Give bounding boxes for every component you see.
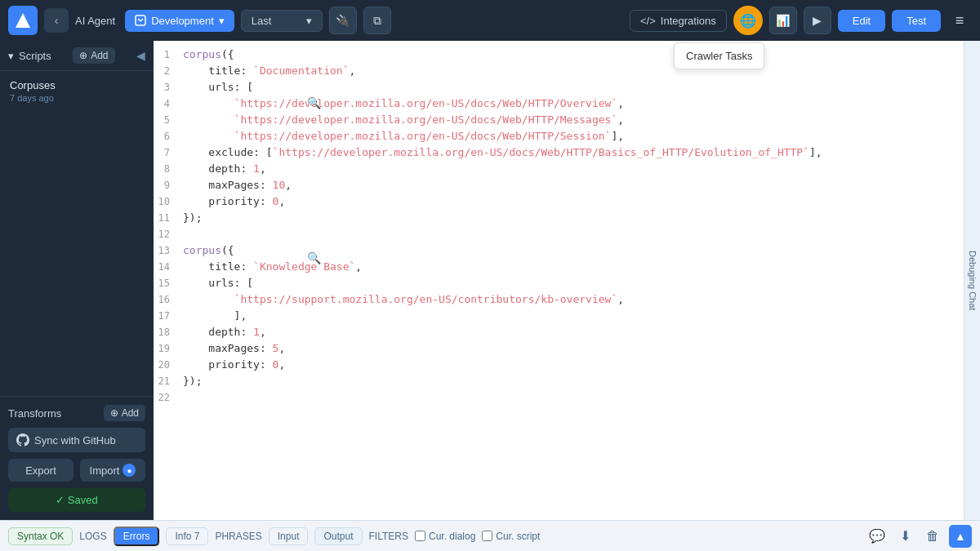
code-line-9: 9 maxPages: 10, [154,178,964,194]
code-line-5: 5 `https://developer.mozilla.org/en-US/d… [154,113,964,129]
sidebar-item-corpuses[interactable]: Corpuses 7 days ago [0,71,154,111]
play-icon: ▶ [813,14,822,27]
add-label: Add [91,50,108,61]
bottom-actions: 💬 ⬇ 🗑 ▲ [866,525,972,548]
code-icon: </> [640,15,656,27]
plugin-icon: 🔌 [336,14,350,27]
code-line-6: 6 `https://developer.mozilla.org/en-US/d… [154,129,964,145]
code-line-3: 3 urls: [ [154,80,964,96]
scroll-up-button[interactable]: ▲ [949,525,972,548]
filters-label: FILTERS [369,531,408,542]
code-line-22: 22 [154,390,964,407]
code-line-19: 19 maxPages: 5, [154,341,964,358]
sidebar-bottom: Transforms ⊕ Add Sync with GitHub Export… [0,396,154,520]
collapse-icon: ◀ [136,49,145,62]
navbar: ‹ AI Agent Development ▾ Last ▾ 🔌 ⧉ </> … [0,0,980,41]
download-icon: ⬇ [900,528,911,544]
errors-badge[interactable]: Errors [114,527,160,546]
code-line-7: 7 exclude: [`https://developer.mozilla.o… [154,145,964,162]
ai-agent-label: AI Agent [75,15,115,27]
globe-icon: 🌐 [740,13,756,29]
last-dropdown-button[interactable]: Last ▾ [241,10,323,32]
export-button[interactable]: Export [8,459,74,482]
cur-script-checkbox[interactable] [482,531,492,541]
export-import-row: Export Import ● [8,459,145,482]
code-line-12: 12 [154,227,964,243]
bottom-bar: Syntax OK LOGS Errors Info 7 PHRASES Inp… [0,520,980,551]
syntax-ok-badge: Syntax OK [8,527,73,545]
back-icon: ‹ [55,14,59,27]
code-line-8: 8 depth: 1, [154,162,964,178]
import-button[interactable]: Import ● [80,459,145,482]
debugger-panel[interactable]: Debuging Chat [964,41,980,520]
code-line-13: 13 corpus({ [154,243,964,260]
menu-icon: ≡ [956,12,964,29]
code-line-18: 18 depth: 1, [154,325,964,341]
code-line-2: 2 title: `Documentation`, [154,64,964,80]
trash-icon: 🗑 [926,529,939,544]
input-badge[interactable]: Input [269,527,309,545]
code-line-16: 16 `https://support.mozilla.org/en-US/co… [154,292,964,309]
chat-icon: 💬 [869,528,885,544]
analytics-button[interactable]: 📊 [769,7,797,34]
sidebar-scripts-section: ▾ Scripts [8,50,51,62]
cur-dialog-checkbox[interactable] [415,531,425,541]
editor-scroll[interactable]: 1 corpus({ 2 title: `Documentation`, 3 u… [154,41,964,520]
sidebar-header: ▾ Scripts ⊕ Add ◀ [0,41,154,71]
transforms-plus-icon: ⊕ [110,407,118,419]
dev-dropdown-icon: ▾ [219,15,225,27]
cur-dialog-checkbox-wrap[interactable]: Cur. dialog [415,531,475,542]
code-line-4: 4 `https://developer.mozilla.org/en-US/d… [154,96,964,113]
crawler-tasks-button[interactable]: 🌐 [733,6,763,35]
scripts-add-button[interactable]: ⊕ Add [73,47,114,64]
last-dropdown-icon: ▾ [306,15,312,27]
plugin-button[interactable]: 🔌 [329,7,357,34]
back-button[interactable]: ‹ [44,8,69,33]
svg-line-3 [140,19,143,21]
integrations-button[interactable]: </> Integrations [630,10,727,32]
logs-label: LOGS [79,531,106,542]
play-button[interactable]: ▶ [804,7,831,34]
cur-script-checkbox-wrap[interactable]: Cur. script [482,531,540,542]
transforms-header: Transforms ⊕ Add [8,405,145,421]
transforms-add-button[interactable]: ⊕ Add [104,405,145,421]
plus-icon: ⊕ [79,50,87,61]
saved-button[interactable]: ✓ Saved [8,488,145,512]
download-icon-button[interactable]: ⬇ [893,525,916,548]
corpuses-age: 7 days ago [10,93,144,103]
phrases-label: PHRASES [215,531,261,542]
crawler-tasks-tooltip: Crawler Tasks [674,42,764,69]
corpuses-title: Corpuses [10,79,144,91]
copy-button[interactable]: ⧉ [363,7,391,34]
info-badge[interactable]: Info 7 [166,527,208,545]
code-line-21: 21 }); [154,374,964,390]
code-line-1: 1 corpus({ [154,47,964,64]
edit-button[interactable]: Edit [838,10,885,32]
menu-button[interactable]: ≡ [947,8,972,33]
test-button[interactable]: Test [892,10,941,32]
chat-icon-button[interactable]: 💬 [866,525,889,548]
editor-area: 🔍 🔍 1 corpus({ 2 title: `Documentation`,… [154,41,964,520]
code-line-14: 14 title: `Knowledge Base`, [154,260,964,276]
output-badge[interactable]: Output [314,527,362,545]
code-line-11: 11 }); [154,211,964,227]
github-sync-button[interactable]: Sync with GitHub [8,428,145,452]
copy-icon: ⧉ [373,14,381,28]
trash-icon-button[interactable]: 🗑 [921,525,944,548]
import-badge: ● [122,464,136,477]
dropdown-icon: ▾ [8,50,14,62]
main-content: ▾ Scripts ⊕ Add ◀ Corpuses 7 days ago Tr… [0,41,980,520]
search-icon-1[interactable]: 🔍 [307,96,321,109]
code-line-10: 10 priority: 0, [154,194,964,211]
sidebar-collapse-button[interactable]: ◀ [136,49,145,62]
development-button[interactable]: Development ▾ [125,10,234,32]
svg-marker-0 [16,13,30,28]
sidebar: ▾ Scripts ⊕ Add ◀ Corpuses 7 days ago Tr… [0,41,154,520]
code-line-15: 15 urls: [ [154,276,964,292]
code-line-20: 20 priority: 0, [154,358,964,374]
code-line-17: 17 ], [154,309,964,325]
logo-button[interactable] [8,6,38,35]
search-icon-2[interactable]: 🔍 [307,251,321,264]
up-icon: ▲ [955,530,966,543]
chart-icon: 📊 [776,14,790,27]
